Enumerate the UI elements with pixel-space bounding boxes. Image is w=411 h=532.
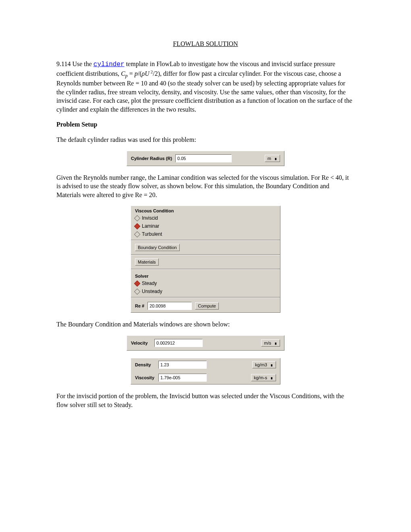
radio-label: Laminar <box>142 223 159 229</box>
velocity-panel: Velocity m/s ▗ <box>127 335 284 351</box>
diamond-icon <box>134 223 141 230</box>
compute-button[interactable]: Compute <box>195 302 219 310</box>
radio-turbulent[interactable]: Turbulent <box>131 230 280 238</box>
viscous-condition-panel: Viscous Condition Inviscid Laminar Turbu… <box>131 206 280 313</box>
cylinder-radius-panel: Cylinder Radius (R) m ▗ <box>127 151 284 166</box>
boundary-condition-button[interactable]: Boundary Condition <box>135 244 180 251</box>
re-label: Re # <box>135 303 144 308</box>
radio-inviscid[interactable]: Inviscid <box>131 214 280 222</box>
intro-paragraph: 9.114 Use the cylinder template in FlowL… <box>56 60 355 114</box>
viscosity-unit-dropdown[interactable]: kg/m-s ▗ <box>251 374 276 381</box>
unit-label: kg/m3 <box>255 362 267 367</box>
diamond-icon <box>134 231 141 238</box>
diamond-icon <box>134 281 141 287</box>
velocity-unit-dropdown[interactable]: m/s ▗ <box>261 339 280 347</box>
materials-button[interactable]: Materials <box>135 258 159 266</box>
paragraph: Given the Reynolds number range, the Lam… <box>56 173 355 200</box>
divider <box>131 240 280 241</box>
text: = <box>128 70 135 77</box>
unit-label: kg/m-s <box>254 375 267 380</box>
dropdown-icon: ▗ <box>274 156 276 160</box>
radio-steady[interactable]: Steady <box>131 279 280 287</box>
text: p <box>135 70 138 77</box>
density-label: Density <box>135 362 155 367</box>
diamond-icon <box>134 215 141 222</box>
radio-label: Turbulent <box>142 231 162 237</box>
paragraph: The Boundary Condition and Materials win… <box>56 320 355 329</box>
viscous-header: Viscous Condition <box>131 206 280 214</box>
radio-label: Unsteady <box>142 289 162 294</box>
radio-label: Inviscid <box>142 215 158 221</box>
diamond-icon <box>134 289 141 295</box>
dropdown-icon: ▗ <box>270 376 272 379</box>
radius-label: Cylinder Radius (R) <box>131 156 172 161</box>
page-title: FLOWLAB SOLUTION <box>56 40 355 48</box>
paragraph: For the inviscid portion of the problem,… <box>56 392 355 409</box>
velocity-input[interactable] <box>154 339 203 347</box>
viscosity-input[interactable] <box>158 374 207 382</box>
re-input[interactable] <box>147 302 192 310</box>
dropdown-icon: ▗ <box>270 363 272 366</box>
dropdown-icon: ▗ <box>274 341 276 345</box>
cylinder-link[interactable]: cylinder <box>93 61 125 68</box>
divider <box>131 297 280 298</box>
radius-unit-dropdown[interactable]: m ▗ <box>265 155 280 162</box>
divider <box>131 269 280 270</box>
unit-label: m/s <box>264 341 271 345</box>
text: ρU <box>142 70 149 77</box>
velocity-label: Velocity <box>131 341 151 345</box>
section-heading: Problem Setup <box>56 120 355 129</box>
unit-label: m <box>268 156 271 161</box>
materials-panel: Density kg/m3 ▗ Viscosity kg/m-s ▗ <box>131 358 280 384</box>
radius-input[interactable] <box>175 154 232 162</box>
density-input[interactable] <box>158 361 207 369</box>
paragraph: The default cylinder radius was used for… <box>56 135 355 144</box>
text: 2 <box>149 69 153 74</box>
radio-laminar[interactable]: Laminar <box>131 222 280 230</box>
text: 9.114 Use the <box>56 60 93 67</box>
divider <box>131 254 280 255</box>
radio-unsteady[interactable]: Unsteady <box>131 287 280 295</box>
text: /( <box>138 70 142 77</box>
viscosity-label: Viscosity <box>135 375 155 380</box>
solver-header: Solver <box>131 271 280 279</box>
text: C <box>121 70 125 77</box>
density-unit-dropdown[interactable]: kg/m3 ▗ <box>252 361 276 368</box>
radio-label: Steady <box>142 281 157 286</box>
